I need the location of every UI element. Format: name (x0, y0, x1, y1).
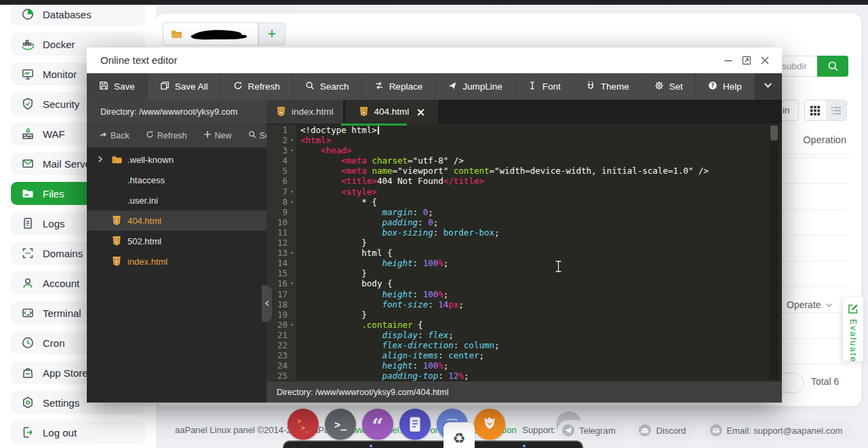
file-action-new[interactable]: New (203, 130, 232, 141)
file-action-refresh[interactable]: Refresh (146, 130, 187, 141)
modal-titlebar: Online text editor (87, 48, 782, 73)
file-tree-item-502-html[interactable]: 502.html (87, 231, 267, 251)
dock-app-quote[interactable]: “ (362, 409, 393, 440)
file-tree-item--well-known[interactable]: .well-known (87, 149, 267, 170)
file-name: 502.html (127, 236, 161, 246)
editor-toolbar: SaveSave AllRefreshSearchReplaceJumpLine… (87, 73, 782, 100)
table-header-border (782, 154, 849, 155)
toolbar-button-label: Search (320, 81, 349, 92)
badge-label: Telegram (579, 426, 615, 436)
editor-tab-404-html[interactable]: 404.html (345, 100, 439, 124)
discord-icon (639, 424, 651, 436)
file-name: .htaccess (127, 175, 165, 185)
font-icon (528, 81, 537, 92)
list-view-button[interactable] (826, 100, 847, 120)
table-row-separator (782, 338, 848, 339)
file-tree-item-404-html[interactable]: 404.html (87, 210, 267, 231)
folder-icon (170, 28, 182, 40)
footer-badge-telegram[interactable]: Telegram (557, 420, 625, 441)
sidebar-item-log-out[interactable]: Log out (11, 421, 145, 444)
font-button[interactable]: Font (515, 73, 574, 100)
sidebar-item-databases[interactable]: Databases (11, 3, 145, 26)
html5-file-icon (111, 215, 127, 226)
text-caret (378, 126, 379, 134)
fold-arrow-icon[interactable]: ▾ (288, 187, 296, 197)
grid-view-button[interactable] (805, 100, 826, 120)
line-number-gutter: 7▾ (267, 187, 296, 197)
line-number-gutter: 2▾ (267, 135, 296, 145)
dock-app-lion[interactable] (474, 409, 505, 440)
svg-text:♻: ♻ (452, 430, 465, 447)
editor-scrollbar-thumb[interactable] (770, 126, 778, 141)
dock-app-prompt-red[interactable]: >>_ (288, 409, 319, 440)
save-button[interactable]: Save (87, 73, 148, 100)
toolbar-button-label: Save (114, 81, 135, 92)
fold-slot (288, 340, 296, 350)
path-tab[interactable] (163, 22, 258, 45)
code-line-15: 15 } (267, 268, 782, 278)
dock-app-recycle[interactable]: ♻ (443, 422, 475, 448)
dock-app-prompt[interactable]: >_ (325, 409, 356, 440)
chevron-down-icon (763, 80, 773, 93)
fold-slot (288, 227, 296, 238)
search-small-icon (248, 130, 256, 141)
save-icon (99, 81, 108, 92)
code-area[interactable]: 1<!doctype html>2▾<html>3▾ <head>4 <meta… (267, 124, 782, 381)
fold-arrow-icon[interactable]: ▾ (288, 145, 296, 155)
operate-dropdown[interactable]: Operate (787, 299, 833, 310)
evaluate-tab[interactable]: Evaluate (843, 297, 863, 361)
fold-arrow-icon[interactable]: ▾ (288, 320, 296, 330)
fold-slot (288, 166, 296, 176)
save-all-button[interactable]: Save All (148, 73, 221, 100)
search-button[interactable] (817, 56, 848, 77)
line-number-gutter: 24 (267, 360, 296, 371)
terminal-icon (21, 306, 35, 320)
jumpline-button[interactable]: JumpLine (435, 73, 515, 100)
toolbar-more-button[interactable] (755, 73, 782, 100)
close-button[interactable] (759, 54, 771, 67)
code-editor[interactable]: 1<!doctype html>2▾<html>3▾ <head>4 <meta… (267, 124, 782, 403)
line-number-gutter: 23 (267, 350, 296, 360)
line-number-gutter: 9 (267, 207, 296, 217)
background-window-edge[interactable] (283, 441, 583, 448)
help-button[interactable]: ?Help (696, 73, 755, 100)
collapse-file-panel-handle[interactable] (262, 285, 272, 322)
editor-tabs: index.html404.html (267, 100, 782, 124)
fold-arrow-icon[interactable]: ▾ (288, 278, 296, 288)
tab-close-icon[interactable] (417, 108, 425, 115)
fold-slot (288, 176, 296, 186)
appstore-icon (21, 366, 35, 379)
recycle-icon: ♻ (449, 428, 469, 448)
replace-button[interactable]: Replace (362, 73, 436, 100)
toolbar-button-label: JumpLine (462, 81, 502, 92)
file-tree-item--user-ini[interactable]: .user.ini (87, 190, 267, 210)
fold-arrow-icon[interactable]: ▾ (288, 135, 296, 145)
logs-icon (21, 217, 35, 230)
lion-icon (479, 414, 500, 434)
footer-badge-discord[interactable]: Discord (634, 420, 695, 441)
file-tree-item--htaccess[interactable]: .htaccess (87, 170, 267, 190)
set-button[interactable]: Set (642, 73, 696, 100)
code-line-5: 5 <meta name="viewport" content="width=d… (267, 166, 782, 176)
sidebar-item-label: Cron (43, 337, 65, 349)
view-mode-toggle (804, 100, 847, 121)
file-tree-item-index-html[interactable]: index.html (87, 251, 267, 272)
minimize-button[interactable] (722, 54, 734, 67)
svg-text:>_: >_ (334, 419, 347, 431)
theme-button[interactable]: Theme (574, 73, 642, 100)
footer-badge-email[interactable]: Email: support@aapanel.com (705, 420, 852, 441)
line-number-gutter: 8▾ (267, 197, 296, 207)
search-button[interactable]: Search (293, 73, 362, 100)
code-line-2: 2▾<html> (267, 135, 782, 145)
refresh-button[interactable]: Refresh (221, 73, 293, 100)
fold-arrow-icon[interactable]: ▾ (288, 248, 296, 258)
line-number-gutter: 15 (267, 268, 296, 278)
editor-tab-index-html[interactable]: index.html (267, 100, 343, 124)
file-action-back[interactable]: Back (99, 130, 130, 141)
new-path-tab-button[interactable]: + (258, 22, 285, 45)
chevron-down-icon (825, 301, 833, 309)
maximize-button[interactable] (741, 54, 753, 67)
line-number-gutter: 10 (267, 217, 296, 227)
fold-arrow-icon[interactable]: ▾ (288, 197, 296, 207)
dock-app-page[interactable] (399, 409, 431, 440)
